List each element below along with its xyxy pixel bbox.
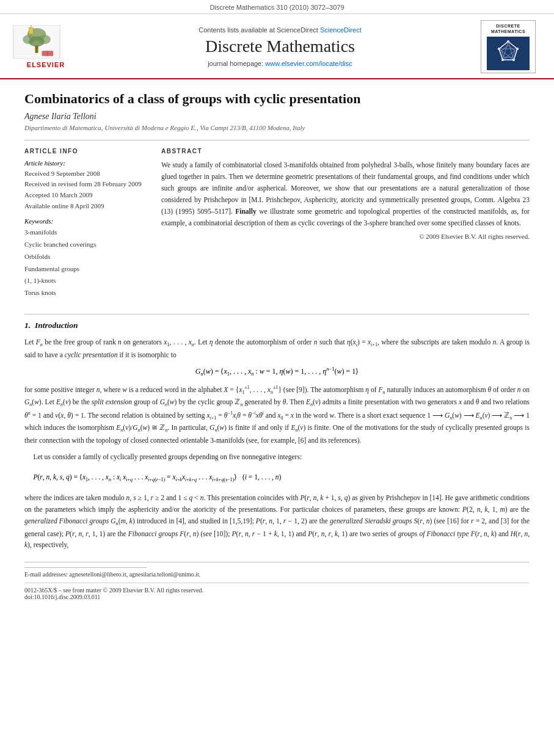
article-title: Combinatorics of a class of groups with …	[24, 90, 530, 108]
article-history-title: Article history:	[24, 159, 147, 167]
page: Discrete Mathematics 310 (2010) 3072–307…	[0, 0, 554, 756]
journal-citation-bar: Discrete Mathematics 310 (2010) 3072–307…	[0, 0, 554, 14]
svg-rect-5	[35, 46, 38, 53]
formula-p: P(r, n, k, s, q) = ⟨x1, . . . , xn : xi …	[24, 469, 530, 486]
footer-email: E-mail addresses: agnesetelloni@libero.i…	[24, 571, 530, 578]
copyright-text: © 2009 Elsevier B.V. All rights reserved…	[161, 233, 530, 240]
footer-issn: 0012-365X/$ – see front matter © 2009 El…	[24, 583, 530, 600]
journal-logo-title: DISCRETEMATHEMATICS	[484, 23, 533, 34]
svg-point-4	[29, 37, 44, 47]
keywords-title: Keywords:	[24, 217, 147, 225]
main-content: Combinatorics of a class of groups with …	[0, 79, 554, 612]
abstract-column: ABSTRACT We study a family of combinator…	[161, 148, 530, 305]
journal-logo-graphic	[487, 37, 530, 70]
keyword-2: Cyclic branched coverings	[24, 239, 147, 251]
intro-para2: for some positive integer n, where w is …	[24, 383, 530, 446]
keyword-4: Fundamental groups	[24, 263, 147, 275]
article-info-column: ARTICLE INFO Article history: Received 9…	[24, 148, 147, 305]
available-date: Available online 8 April 2009	[24, 201, 147, 212]
journal-center-info: Contents lists available at ScienceDirec…	[92, 26, 468, 68]
abstract-text: We study a family of combinatorial close…	[161, 159, 530, 229]
keyword-3: Orbifolds	[24, 251, 147, 263]
introduction-section: 1. Introduction Let Fn be the free group…	[24, 314, 530, 551]
intro-para1: Let Fn be the free group of rank n on ge…	[24, 336, 530, 361]
journal-citation: Discrete Mathematics 310 (2010) 3072–307…	[210, 4, 344, 11]
journal-title: Discrete Mathematics	[92, 36, 468, 57]
footer-hr-line	[24, 567, 147, 568]
article-info-abstract-section: ARTICLE INFO Article history: Received 9…	[24, 140, 530, 305]
page-footer: E-mail addresses: agnesetelloni@libero.i…	[24, 562, 530, 600]
elsevier-tree-icon	[12, 25, 61, 59]
journal-logo-box: DISCRETEMATHEMATICS	[481, 20, 536, 73]
article-info-label: ARTICLE INFO	[24, 148, 147, 154]
sciencedirect-link[interactable]: ScienceDirect	[320, 26, 362, 34]
intro-para3: Let us consider a family of cyclically p…	[24, 451, 530, 463]
formula-gn: Gn(w) = ⟨x1, . . . , xn : w = 1, η(w) = …	[24, 366, 530, 377]
elsevier-logo-container: ELSEVIER	[12, 25, 79, 68]
journal-header: ELSEVIER Contents lists available at Sci…	[0, 14, 554, 79]
elsevier-brand-text: ELSEVIER	[12, 61, 79, 68]
keyword-5: (1, 1)-knots	[24, 275, 147, 287]
revised-date: Received in revised form 28 February 200…	[24, 179, 147, 190]
keywords-list: 3-manifolds Cyclic branched coverings Or…	[24, 227, 147, 299]
received-date: Received 9 September 2008	[24, 169, 147, 180]
keyword-1: 3-manifolds	[24, 227, 147, 239]
contents-available-line: Contents lists available at ScienceDirec…	[92, 26, 468, 34]
article-affiliation: Dipartimento di Matematica, Università d…	[24, 124, 530, 131]
section-title: 1. Introduction	[24, 321, 530, 330]
journal-homepage-line: journal homepage: www.elsevier.com/locat…	[92, 60, 468, 67]
svg-rect-6	[29, 27, 33, 34]
journal-homepage-link[interactable]: www.elsevier.com/locate/disc	[265, 60, 352, 67]
intro-para4: where the indices are taken modulo n, s …	[24, 492, 530, 551]
keyword-6: Torus knots	[24, 287, 147, 299]
keywords-block: Keywords: 3-manifolds Cyclic branched co…	[24, 217, 147, 299]
article-author: Agnese Ilaria Telloni	[24, 112, 530, 122]
abstract-label: ABSTRACT	[161, 148, 530, 154]
article-history-block: Article history: Received 9 September 20…	[24, 159, 147, 211]
accepted-date: Accepted 10 March 2009	[24, 190, 147, 201]
